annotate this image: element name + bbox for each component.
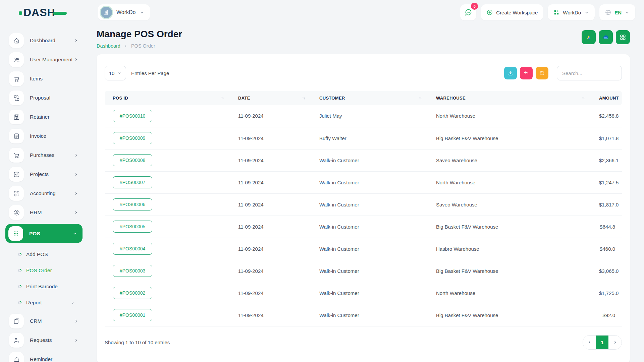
home-icon — [9, 33, 24, 48]
refresh-button[interactable] — [536, 67, 548, 79]
submenu-item-label: Add POS — [26, 251, 48, 257]
sidebar-item-dashboard[interactable]: Dashboard — [5, 33, 83, 48]
customer-cell: Walk-in Customer — [313, 238, 429, 260]
sort-icon[interactable] — [418, 96, 423, 100]
sort-icon[interactable] — [220, 96, 225, 100]
sidebar-nav: DashboardUser ManagementItemsProposalRet… — [5, 33, 83, 362]
warehouse-cell: Big Basket F&V Warehouse — [429, 127, 592, 149]
sidebar-item-user-management[interactable]: User Management — [5, 52, 83, 67]
pos-order-card: 10 Entries Per Page — [97, 54, 630, 362]
customer-cell: Walk-in Customer — [313, 171, 429, 193]
showing-entries-text: Showing 1 to 10 of 10 entries — [105, 340, 170, 345]
bullet-icon — [18, 253, 21, 256]
chevron-down-icon — [139, 10, 145, 15]
messages-button[interactable]: 0 — [460, 4, 476, 20]
pos-id-badge[interactable]: #POS00004 — [113, 243, 152, 255]
onedrive-button[interactable] — [599, 30, 613, 44]
sidebar-item-retainer[interactable]: Retainer — [5, 109, 83, 125]
download-icon — [507, 70, 514, 76]
table-row: #POS0000111-09-2024Walk-in CustomerBig B… — [105, 304, 622, 326]
sidebar-item-label: Projects — [30, 171, 49, 177]
column-label: DATE — [238, 96, 250, 101]
next-page-button[interactable] — [608, 336, 622, 349]
main-content: Manage POS Order Dashboard POS Order — [88, 21, 644, 362]
pos-id-badge[interactable]: #POS00002 — [113, 287, 152, 299]
workdo-menu-button[interactable]: WorkDo — [548, 4, 595, 20]
warehouse-cell: North Warehouse — [429, 171, 592, 193]
warehouse-cell: Hasbro Warehouse — [429, 238, 592, 260]
chevron-down-icon — [117, 71, 122, 75]
chevron-down-icon — [72, 231, 77, 236]
submenu-item-add-pos[interactable]: Add POS — [5, 248, 83, 261]
submenu-item-pos-order[interactable]: POS Order — [5, 264, 83, 277]
pos-id-badge[interactable]: #POS00003 — [113, 265, 152, 277]
sidebar-item-accounting[interactable]: Accounting — [5, 186, 83, 201]
sidebar-item-purchases[interactable]: Purchases — [5, 147, 83, 163]
app-logo[interactable]: DASH — [0, 7, 88, 18]
pos-id-badge[interactable]: #POS00008 — [113, 154, 152, 166]
pos-id-badge[interactable]: #POS00001 — [113, 309, 152, 321]
pos-id-badge[interactable]: #POS00010 — [113, 110, 152, 122]
sidebar-item-invoice[interactable]: Invoice — [5, 128, 83, 144]
workspace-selector[interactable]: WorkDo — [98, 4, 150, 20]
undo-button[interactable] — [520, 67, 533, 79]
warehouse-cell: Saveo Warehouse — [429, 193, 592, 216]
sort-icon[interactable] — [302, 96, 306, 100]
sidebar-item-label: Dashboard — [30, 38, 55, 44]
column-header-amount: AMOUNT — [592, 91, 622, 105]
chevron-right-icon — [74, 338, 78, 343]
chevron-right-icon — [74, 57, 78, 62]
pos-id-badge[interactable]: #POS00009 — [113, 132, 152, 144]
column-header-date[interactable]: DATE — [231, 91, 313, 105]
warehouse-cell: North Warehouse — [429, 105, 592, 127]
sidebar-item-label: Purchases — [30, 152, 54, 158]
pos-id-badge[interactable]: #POS00005 — [113, 221, 152, 233]
google-drive-button[interactable] — [582, 30, 596, 44]
undo-icon — [523, 70, 529, 76]
pos-id-badge[interactable]: #POS00006 — [113, 198, 152, 210]
topbar: DASH WorkDo 0 Create Workspace WorkDo — [0, 0, 644, 21]
current-page[interactable]: 1 — [596, 336, 608, 349]
submenu-item-report[interactable]: Report — [5, 296, 83, 309]
pos-icon — [8, 226, 23, 241]
table-row: #POS0000711-09-2024Walk-in CustomerNorth… — [105, 171, 622, 193]
column-header-customer[interactable]: CUSTOMER — [313, 91, 429, 105]
chevron-right-icon — [74, 319, 78, 323]
quick-actions — [582, 30, 630, 44]
sidebar-item-projects[interactable]: Projects — [5, 167, 83, 182]
entries-per-page-select[interactable]: 10 — [105, 66, 126, 80]
pos-id-badge[interactable]: #POS00007 — [113, 176, 152, 188]
language-selector[interactable]: EN — [599, 4, 635, 20]
table-body: #POS0001011-09-2024Juliet MayNorth Wareh… — [105, 105, 622, 326]
bullet-icon — [18, 285, 21, 288]
column-header-pos-id[interactable]: POS ID — [105, 91, 231, 105]
warehouse-cell: North Warehouse — [429, 282, 592, 304]
create-workspace-button[interactable]: Create Workspace — [481, 4, 543, 20]
sidebar-item-requests[interactable]: Requests — [5, 333, 83, 348]
chevron-right-icon — [71, 301, 75, 305]
date-cell: 11-09-2024 — [231, 193, 313, 216]
sidebar-item-proposal[interactable]: Proposal — [5, 90, 83, 106]
column-header-warehouse[interactable]: WAREHOUSE — [429, 91, 592, 105]
column-label: POS ID — [113, 96, 128, 101]
submenu-item-print-barcode[interactable]: Print Barcode — [5, 280, 83, 293]
amount-cell: $1,247.5 — [592, 171, 622, 193]
sidebar-item-crm[interactable]: CRM — [5, 313, 83, 329]
warehouse-cell: Big Basket F&V Warehouse — [429, 304, 592, 326]
submenu-item-label: Report — [26, 300, 42, 306]
previous-page-button[interactable] — [583, 336, 596, 349]
logo-dot — [19, 11, 22, 15]
amount-cell: $1,725.0 — [592, 282, 622, 304]
download-button[interactable] — [504, 67, 517, 79]
date-cell: 11-09-2024 — [231, 216, 313, 238]
sidebar-item-reminder[interactable]: Reminder — [5, 352, 83, 362]
sidebar-item-hrm[interactable]: HRM — [5, 205, 83, 220]
search-input[interactable] — [557, 66, 622, 80]
customer-cell: Walk-in Customer — [313, 193, 429, 216]
sidebar-item-label: Invoice — [30, 133, 46, 139]
sort-icon[interactable] — [581, 96, 586, 100]
breadcrumb-dashboard-link[interactable]: Dashboard — [97, 43, 120, 49]
grid-view-button[interactable] — [616, 30, 630, 44]
sidebar-item-items[interactable]: Items — [5, 71, 83, 86]
sidebar-item-pos[interactable]: POS — [5, 224, 83, 243]
